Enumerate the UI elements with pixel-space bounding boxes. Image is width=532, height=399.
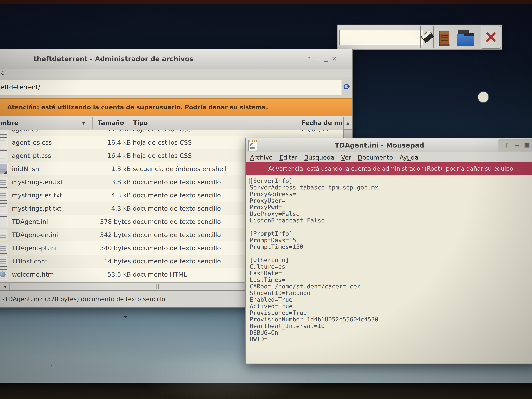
file-type-icon <box>0 164 7 174</box>
warning-text: Atención: está utilizando la cuenta de s… <box>0 99 352 116</box>
file-size: 1.3 kB <box>73 162 131 176</box>
column-header-date[interactable]: Fecha de modif <box>301 116 342 130</box>
quick-launch-panel <box>337 25 502 50</box>
file-type-icon <box>0 177 7 188</box>
laptop-bezel <box>0 383 532 399</box>
location-toolbar: eftdeterrent/ ⟳ <box>0 77 352 98</box>
editor-line: UseProxy=False <box>250 211 532 217</box>
editor-line: ProvisionNumber=1d4b18052c55604c4530 <box>250 316 532 323</box>
file-type-icon <box>0 190 7 201</box>
editor-line: Enabled=True <box>250 296 532 303</box>
file-name: TDAgent-pt.ini <box>12 241 57 255</box>
file-name: TDAgent.ini <box>12 215 48 228</box>
editor-line: HWID= <box>250 336 532 342</box>
titlebar[interactable]: theftdeterrent - Administrador de archiv… <box>0 49 352 69</box>
editor-line: ListenBroadcast=False <box>250 217 532 224</box>
file-name: mystrings.pt.txt <box>12 202 62 215</box>
editor-line: LastDate= <box>250 270 532 277</box>
scroll-up-button[interactable]: ▲ <box>343 117 352 130</box>
file-name: TDInst.conf <box>12 255 47 268</box>
file-date: 29/07/11 <box>301 130 329 136</box>
command-input[interactable] <box>339 30 423 45</box>
file-name: agent.css <box>12 130 42 136</box>
file-type-icon <box>0 269 7 280</box>
shade-button[interactable]: ↑ <box>502 139 511 151</box>
file-type: hoja de estilos CSS <box>133 136 192 149</box>
file-size: 16.4 kB <box>73 136 131 149</box>
close-button[interactable] <box>481 26 501 49</box>
maximize-button[interactable]: ▣ <box>522 139 532 151</box>
file-name: mystrings.es.txt <box>12 189 62 202</box>
menu-item[interactable]: Documento <box>358 152 393 162</box>
file-size: 340 bytes <box>73 241 131 255</box>
file-name: welcome.htm <box>12 268 54 281</box>
file-size: 53.5 kB <box>73 268 131 281</box>
file-type: documento de texto sencillo <box>133 176 221 189</box>
file-type-icon <box>0 216 7 227</box>
column-header-name[interactable]: mbre <box>0 116 80 130</box>
path-entry[interactable] <box>0 80 342 95</box>
column-header-row: mbre ▼ Tamaño Tipo Fecha de modif ▲ <box>0 116 352 130</box>
eraser-icon <box>421 31 433 43</box>
minimize-button[interactable]: − <box>313 49 322 69</box>
menu-item-fragment[interactable]: a <box>1 69 5 77</box>
file-type-icon <box>0 137 7 148</box>
wallpaper-dot <box>478 92 488 102</box>
text-editor-window: TDAgent.ini - Mousepad ↑ − ▣ Archivo Edi… <box>245 138 532 364</box>
menu-item[interactable]: Ver <box>341 152 351 162</box>
editor-line: LastTimes= <box>250 277 532 283</box>
notepad-icon <box>248 140 257 151</box>
column-header-type[interactable]: Tipo <box>133 116 291 130</box>
editor-line: ProxyPwd= <box>250 204 532 211</box>
menubar[interactable]: a <box>0 69 352 77</box>
editor-line: CARoot=/home/student/cacert.cer <box>250 283 532 290</box>
window-buttons: ↑ − ▣ <box>498 139 532 152</box>
file-size: 342 bytes <box>73 228 131 241</box>
dictionary-book-icon[interactable] <box>439 32 450 46</box>
titlebar[interactable]: TDAgent.ini - Mousepad ↑ − ▣ <box>246 138 532 153</box>
file-size: 14 bytes <box>73 255 131 268</box>
table-row[interactable]: agent.css 11.6 kB hoja de estilos CSS 29… <box>0 130 352 136</box>
editor-line: [OtherInfo] <box>250 257 532 263</box>
refresh-button[interactable]: ⟳ <box>342 80 351 94</box>
file-size: 16.4 kB <box>73 149 131 162</box>
editor-lines: [ServerInfo] ServerAddress=tabasco_tpm.s… <box>250 177 532 342</box>
editor-line: PromptTimes=150 <box>250 244 532 250</box>
file-type-icon <box>0 230 7 241</box>
text-area[interactable]: [ServerInfo] ServerAddress=tabasco_tpm.s… <box>246 175 532 363</box>
scroll-left-button[interactable]: ◀ <box>0 283 9 291</box>
file-type: documento de texto sencillo <box>133 255 221 268</box>
file-name: TDAgent-en.ini <box>12 228 58 241</box>
file-type-icon <box>0 150 7 161</box>
menu-item[interactable]: Ayuda <box>400 152 418 162</box>
file-size: 11.6 kB <box>73 130 131 136</box>
editor-line: Culture=es <box>250 263 532 270</box>
file-name: initINI.sh <box>12 162 39 176</box>
editor-line: Heartbeat_Interval=10 <box>250 323 532 329</box>
editor-line <box>250 250 532 257</box>
file-type-icon <box>0 130 7 135</box>
editor-line <box>250 224 532 230</box>
scrollbar-thumb[interactable] <box>9 283 284 291</box>
minimize-button[interactable]: − <box>513 139 522 151</box>
superuser-warning-bar: Atención: está utilizando la cuenta de s… <box>0 98 352 117</box>
menu-item[interactable]: Archivo <box>250 152 273 162</box>
file-size: 4.3 kB <box>73 202 131 215</box>
editor-line: ServerAddress=tabasco_tpm.sep.gob.mx <box>250 184 532 191</box>
file-size: 378 bytes <box>73 215 131 228</box>
editor-line: PromptDays=15 <box>250 237 532 244</box>
eraser-button[interactable] <box>420 26 434 48</box>
path-text: eftdeterrent/ <box>1 80 40 94</box>
scroll-up-icon: ▲ <box>346 121 349 125</box>
column-header-size[interactable]: Tamaño <box>98 116 129 130</box>
dust-speck <box>124 316 127 318</box>
close-button[interactable]: ✕ <box>329 49 339 69</box>
maximize-button[interactable]: □ <box>321 49 331 69</box>
file-manager-folder-icon[interactable] <box>457 30 477 47</box>
menu-item[interactable]: Editar <box>279 152 298 162</box>
shade-button[interactable]: ↑ <box>304 49 314 69</box>
vertical-scrollbar[interactable] <box>343 130 352 138</box>
refresh-icon: ⟳ <box>343 82 350 92</box>
menubar: Archivo Editar Búsqueda Ver Documento Ay… <box>246 152 532 162</box>
menu-item[interactable]: Búsqueda <box>304 152 334 162</box>
